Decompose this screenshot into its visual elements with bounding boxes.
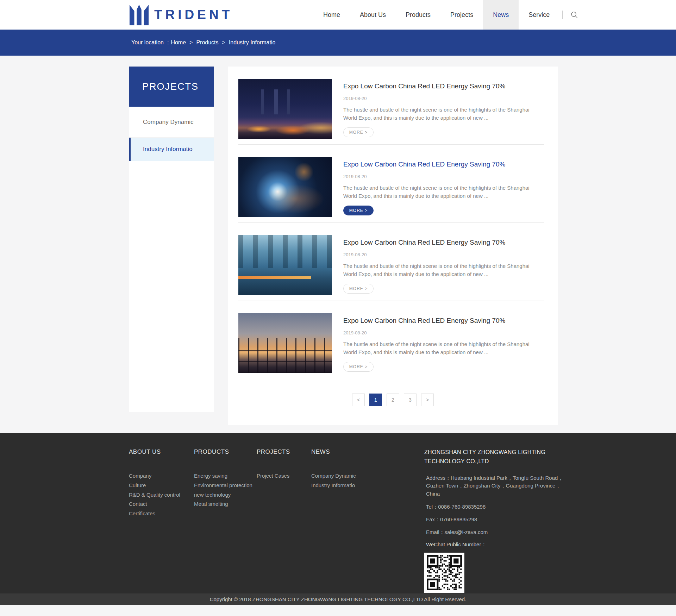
company-address: Address：Huabang Industrial Park，Tongfu S… <box>424 474 565 498</box>
site-header: TRIDENT HomeAbout UsProductsProjectsNews… <box>0 0 676 30</box>
news-item-date: 2019-08-20 <box>343 174 544 179</box>
sidebar-item-industry-informatio[interactable]: Industry Informatio <box>129 138 214 161</box>
nav-item-about-us[interactable]: About Us <box>350 0 396 30</box>
sidebar: PROJECTS Company DynamicIndustry Informa… <box>129 67 214 412</box>
company-name: ZHONGSHAN CITY ZHONGWANG LIGHTING TECHNO… <box>424 448 565 466</box>
more-button[interactable]: MORE > <box>343 127 374 137</box>
footer-column-underline <box>129 463 139 463</box>
pagination-page-1[interactable]: 1 <box>369 394 382 406</box>
footer-link-project-cases[interactable]: Project Cases <box>257 473 290 479</box>
footer-column-underline <box>257 463 267 463</box>
news-item-info: Expo Low Carbon China Red LED Energy Sav… <box>343 157 544 217</box>
news-item-title[interactable]: Expo Low Carbon China Red LED Energy Sav… <box>343 317 544 325</box>
company-fax: Fax：0760-89835298 <box>424 516 565 523</box>
trident-logo-icon <box>129 4 149 26</box>
footer-link-culture[interactable]: Culture <box>129 483 180 488</box>
nav-item-home[interactable]: Home <box>313 0 350 30</box>
news-item-info: Expo Low Carbon China Red LED Energy Sav… <box>343 313 544 373</box>
copyright-bar: Copyright © 2018 ZHONGSHAN CITY ZHONGWAN… <box>0 593 676 605</box>
footer-link-metal-smelting[interactable]: Metal smelting <box>194 501 252 507</box>
company-email: Email：sales@i-zava.com <box>424 529 565 536</box>
footer-link-company[interactable]: Company <box>129 473 180 479</box>
wechat-label: WeChat Public Number： <box>424 541 565 548</box>
news-list-panel: Expo Low Carbon China Red LED Energy Sav… <box>228 67 558 425</box>
breadcrumb-prefix: Your location ： <box>131 39 171 46</box>
sidebar-title: PROJECTS <box>129 67 214 107</box>
news-item: Expo Low Carbon China Red LED Energy Sav… <box>228 145 558 223</box>
nav-item-products[interactable]: Products <box>396 0 440 30</box>
site-logo[interactable]: TRIDENT <box>129 4 233 26</box>
news-item-row: Expo Low Carbon China Red LED Energy Sav… <box>238 157 544 217</box>
footer-link-energy-saving[interactable]: Energy saving <box>194 473 252 479</box>
nav-divider <box>562 11 563 19</box>
main-nav: HomeAbout UsProductsProjectsNewsService <box>313 0 559 30</box>
footer-links: Energy savingEnvironmental protectionnew… <box>194 473 252 507</box>
nav-item-service[interactable]: Service <box>519 0 559 30</box>
pagination-next-button[interactable]: > <box>421 394 434 406</box>
nav-item-projects[interactable]: Projects <box>440 0 483 30</box>
more-button[interactable]: MORE > <box>343 206 374 215</box>
breadcrumb-link-industry-informatio[interactable]: Industry Informatio <box>229 39 276 45</box>
breadcrumb: Your location ： Home>Products>Industry I… <box>0 30 676 56</box>
footer-link-environmental-protection[interactable]: Environmental protection <box>194 483 252 488</box>
footer-column-projects: PROJECTSProject Cases <box>257 448 290 483</box>
footer-link-new-technology[interactable]: new technology <box>194 492 252 498</box>
brand-name: TRIDENT <box>154 7 233 22</box>
copyright-text: Copyright © 2018 ZHONGSHAN CITY ZHONGWAN… <box>210 596 467 602</box>
news-thumbnail-construction[interactable] <box>238 313 332 373</box>
more-button[interactable]: MORE > <box>343 362 374 372</box>
company-tel: Tel：0086-760-89835298 <box>424 504 565 510</box>
news-item-excerpt: The hustle and bustle of the night scene… <box>343 340 544 357</box>
search-icon[interactable] <box>570 10 579 19</box>
footer-column-underline <box>194 463 204 463</box>
news-item-row: Expo Low Carbon China Red LED Energy Sav… <box>238 313 544 373</box>
footer-column-news: NEWSCompany DynamicIndustry Informatio <box>311 448 356 492</box>
more-button[interactable]: MORE > <box>343 284 374 294</box>
footer-links: Project Cases <box>257 473 290 479</box>
pagination-page-2[interactable]: 2 <box>387 394 399 406</box>
footer-column-products: PRODUCTSEnergy savingEnvironmental prote… <box>194 448 252 511</box>
news-item-row: Expo Low Carbon China Red LED Energy Sav… <box>238 235 544 295</box>
pagination: <123> <box>228 379 558 406</box>
footer: ABOUT USCompanyCultureR&D & Quality cont… <box>0 433 676 593</box>
pagination-prev-button[interactable]: < <box>352 394 365 406</box>
footer-column-title: ABOUT US <box>129 448 180 455</box>
news-item-excerpt: The hustle and bustle of the night scene… <box>343 106 544 122</box>
news-item: Expo Low Carbon China Red LED Energy Sav… <box>228 67 558 145</box>
content-area: PROJECTS Company DynamicIndustry Informa… <box>0 56 676 433</box>
breadcrumb-separator: > <box>189 39 193 45</box>
news-thumbnail-factory[interactable] <box>238 235 332 295</box>
footer-link-company-dynamic[interactable]: Company Dynamic <box>311 473 356 479</box>
news-item-title[interactable]: Expo Low Carbon China Red LED Energy Sav… <box>343 161 544 168</box>
news-item-excerpt: The hustle and bustle of the night scene… <box>343 184 544 200</box>
footer-link-r-d-quality-control[interactable]: R&D & Quality control <box>129 492 180 498</box>
news-thumbnail-welding[interactable] <box>238 157 332 217</box>
news-item-date: 2019-08-20 <box>343 96 544 101</box>
nav-item-news[interactable]: News <box>483 0 519 30</box>
wechat-qr-code-icon <box>424 553 464 593</box>
sidebar-item-company-dynamic[interactable]: Company Dynamic <box>129 107 214 138</box>
news-item-title[interactable]: Expo Low Carbon China Red LED Energy Sav… <box>343 239 544 246</box>
news-thumbnail-night-plant[interactable] <box>238 79 332 139</box>
news-item-row: Expo Low Carbon China Red LED Energy Sav… <box>238 79 544 139</box>
news-item-excerpt: The hustle and bustle of the night scene… <box>343 262 544 278</box>
news-item-title[interactable]: Expo Low Carbon China Red LED Energy Sav… <box>343 82 544 90</box>
news-item-date: 2019-08-20 <box>343 252 544 257</box>
news-item-date: 2019-08-20 <box>343 330 544 335</box>
footer-column-underline <box>311 463 321 463</box>
breadcrumb-link-products[interactable]: Products <box>196 39 218 45</box>
breadcrumb-link-home[interactable]: Home <box>171 39 186 45</box>
footer-links: CompanyCultureR&D & Quality controlConta… <box>129 473 180 516</box>
footer-link-industry-informatio[interactable]: Industry Informatio <box>311 483 356 488</box>
news-item: Expo Low Carbon China Red LED Energy Sav… <box>228 301 558 379</box>
footer-company-info: ZHONGSHAN CITY ZHONGWANG LIGHTING TECHNO… <box>424 448 565 593</box>
pagination-page-3[interactable]: 3 <box>404 394 417 406</box>
footer-column-title: PRODUCTS <box>194 448 252 455</box>
footer-column-title: PROJECTS <box>257 448 290 455</box>
footer-link-contact[interactable]: Contact <box>129 501 180 507</box>
footer-column-title: NEWS <box>311 448 356 455</box>
footer-links: Company DynamicIndustry Informatio <box>311 473 356 488</box>
footer-column-about-us: ABOUT USCompanyCultureR&D & Quality cont… <box>129 448 180 520</box>
footer-link-certificates[interactable]: Certificates <box>129 511 180 516</box>
news-item-info: Expo Low Carbon China Red LED Energy Sav… <box>343 79 544 139</box>
